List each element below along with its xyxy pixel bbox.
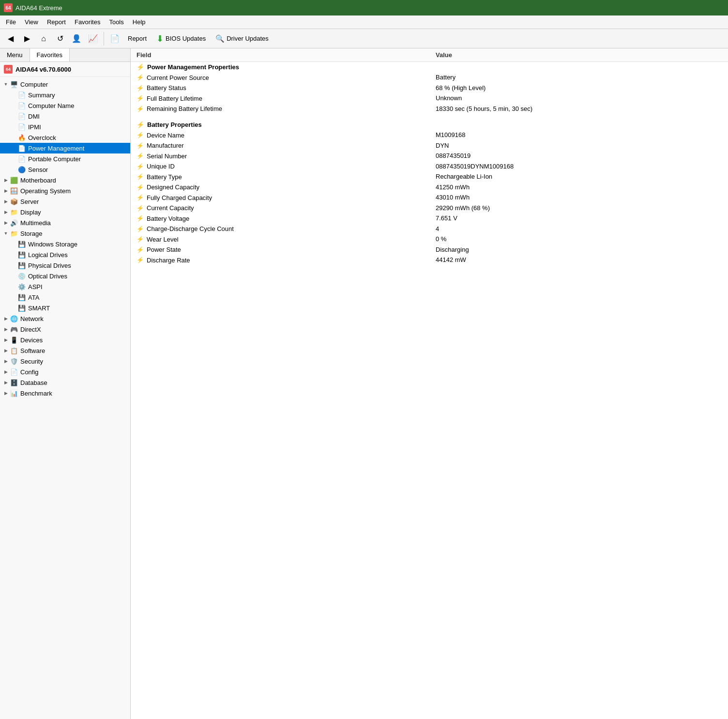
driver-updates-button[interactable]: 🔍 Driver Updates (211, 32, 273, 46)
tree-item-multimedia[interactable]: ▶🔊Multimedia (0, 217, 130, 228)
value-cell: Rechargeable Li-Ion (430, 171, 728, 182)
tree-item-network[interactable]: ▶🌐Network (0, 313, 130, 324)
tree-item-ata[interactable]: 💾ATA (0, 292, 130, 303)
section-header-battery-properties: ⚡Battery Properties (131, 120, 728, 130)
report-label: Report (128, 35, 147, 42)
tree-item-devices[interactable]: ▶📱Devices (0, 335, 130, 345)
tree-item-computer[interactable]: ▼🖥️Computer (0, 79, 130, 90)
tree-item-smart[interactable]: 💾SMART (0, 303, 130, 313)
ata-label: ATA (28, 294, 39, 301)
tree-item-directx[interactable]: ▶🎮DirectX (0, 324, 130, 335)
software-icon: 📋 (10, 346, 18, 355)
table-row: ⚡Remaining Battery Lifetime18330 sec (5 … (131, 104, 728, 114)
tree-item-config[interactable]: ▶📄Config (0, 367, 130, 377)
tree-item-operating-system[interactable]: ▶🪟Operating System (0, 185, 130, 196)
table-row: ⚡Device NameM1009168 (131, 130, 728, 140)
computer-icon: 🖥️ (10, 80, 18, 89)
chevron-icon: ▶ (2, 337, 10, 342)
dmi-label: DMI (28, 113, 40, 120)
tree-item-software[interactable]: ▶📋Software (0, 345, 130, 356)
tree-item-security[interactable]: ▶🛡️Security (0, 356, 130, 367)
driver-search-icon: 🔍 (215, 34, 225, 43)
report-button[interactable]: Report (123, 32, 151, 45)
physical-drives-icon: 💾 (17, 261, 26, 270)
warn-icon: ⚡ (136, 215, 144, 222)
nav-forward-button[interactable]: ▶ (19, 31, 35, 46)
tree-item-motherboard[interactable]: ▶🟩Motherboard (0, 175, 130, 185)
nav-refresh-button[interactable]: ↺ (52, 31, 68, 46)
sensor-label: Sensor (28, 166, 48, 173)
value-cell: 29290 mWh (68 %) (430, 203, 728, 214)
menu-item-tools[interactable]: Tools (105, 17, 127, 27)
power-management-icon: 📄 (17, 144, 26, 153)
tree-item-display[interactable]: ▶📁Display (0, 207, 130, 217)
tree-item-computer-name[interactable]: 📄Computer Name (0, 100, 130, 111)
report-icon-button[interactable]: 📄 (107, 31, 122, 46)
tree-item-ipmi[interactable]: 📄IPMI (0, 122, 130, 132)
tree-item-logical-drives[interactable]: 💾Logical Drives (0, 249, 130, 260)
version-label: AIDA64 v6.70.6000 (15, 66, 71, 73)
nav-user-button[interactable]: 👤 (69, 31, 84, 46)
motherboard-icon: 🟩 (10, 176, 18, 184)
tree-item-optical-drives[interactable]: 💿Optical Drives (0, 271, 130, 281)
multimedia-label: Multimedia (20, 219, 51, 227)
tree-item-windows-storage[interactable]: 💾Windows Storage (0, 239, 130, 249)
table-row: ⚡Battery TypeRechargeable Li-Ion (131, 171, 728, 182)
tree-item-summary[interactable]: 📄Summary (0, 90, 130, 100)
menu-item-help[interactable]: Help (129, 17, 150, 27)
version-app-icon: 64 (4, 65, 13, 74)
field-cell: ⚡Battery Status (131, 83, 430, 93)
tree-item-benchmark[interactable]: ▶📊Benchmark (0, 388, 130, 398)
table-row: ⚡Battery Voltage7.651 V (131, 213, 728, 224)
ata-icon: 💾 (17, 293, 26, 302)
chevron-icon: ▶ (2, 359, 10, 364)
field-cell: ⚡Current Power Source (131, 72, 430, 83)
server-icon: 📦 (10, 197, 18, 206)
tree-item-aspi[interactable]: ⚙️ASPI (0, 281, 130, 292)
bios-updates-button[interactable]: ⬇ BIOS Updates (152, 31, 210, 46)
benchmark-icon: 📊 (10, 389, 18, 398)
multimedia-icon: 🔊 (10, 218, 18, 227)
menu-item-favorites[interactable]: Favorites (71, 17, 104, 27)
portable-computer-label: Portable Computer (28, 155, 81, 163)
plug-icon: ⚡ (136, 194, 144, 201)
nav-back-button[interactable]: ◀ (3, 31, 18, 46)
main-area: Menu Favorites 64 AIDA64 v6.70.6000 ▼🖥️C… (0, 48, 728, 719)
nav-chart-button[interactable]: 📈 (85, 31, 101, 46)
value-cell: 0 % (430, 234, 728, 245)
tree-item-sensor[interactable]: 🔵Sensor (0, 164, 130, 175)
directx-icon: 🎮 (10, 325, 18, 334)
menu-item-file[interactable]: File (2, 17, 20, 27)
menu-tab[interactable]: Menu (0, 48, 30, 61)
overclock-icon: 🔥 (17, 133, 26, 142)
toolbar: ◀ ▶ ⌂ ↺ 👤 📈 📄 Report ⬇ BIOS Updates 🔍 Dr… (0, 29, 728, 48)
chevron-icon: ▼ (2, 82, 10, 87)
smart-label: SMART (28, 305, 50, 312)
tree-item-portable-computer[interactable]: 📄Portable Computer (0, 153, 130, 164)
tree-item-database[interactable]: ▶🗄️Database (0, 377, 130, 388)
data-table: Field Value ⚡Power Management Properties… (131, 48, 728, 271)
tree-item-server[interactable]: ▶📦Server (0, 196, 130, 207)
menu-item-view[interactable]: View (21, 17, 42, 27)
spacer-row (131, 265, 728, 271)
menu-item-report[interactable]: Report (43, 17, 70, 27)
nav-home-button[interactable]: ⌂ (36, 31, 51, 46)
tree-item-physical-drives[interactable]: 💾Physical Drives (0, 260, 130, 271)
driver-label: Driver Updates (227, 35, 269, 42)
favorites-tab[interactable]: Favorites (30, 48, 70, 61)
summary-label: Summary (28, 92, 55, 99)
tree-item-storage[interactable]: ▼📁Storage (0, 228, 130, 239)
value-cell: Unknown (430, 93, 728, 104)
chevron-icon: ▶ (2, 369, 10, 374)
table-row: ⚡Charge-Discharge Cycle Count4 (131, 224, 728, 234)
tree-item-overclock[interactable]: 🔥Overclock (0, 132, 130, 143)
value-cell: M1009168 (430, 130, 728, 140)
table-row: ⚡Designed Capacity41250 mWh (131, 182, 728, 193)
smart-icon: 💾 (17, 304, 26, 312)
database-icon: 🗄️ (10, 378, 18, 387)
tree-item-power-management[interactable]: 📄Power Management (0, 143, 130, 153)
tree-item-dmi[interactable]: 📄DMI (0, 111, 130, 122)
plug-icon: ⚡ (136, 257, 144, 263)
optical-drives-icon: 💿 (17, 272, 26, 280)
value-cell: 41250 mWh (430, 182, 728, 193)
